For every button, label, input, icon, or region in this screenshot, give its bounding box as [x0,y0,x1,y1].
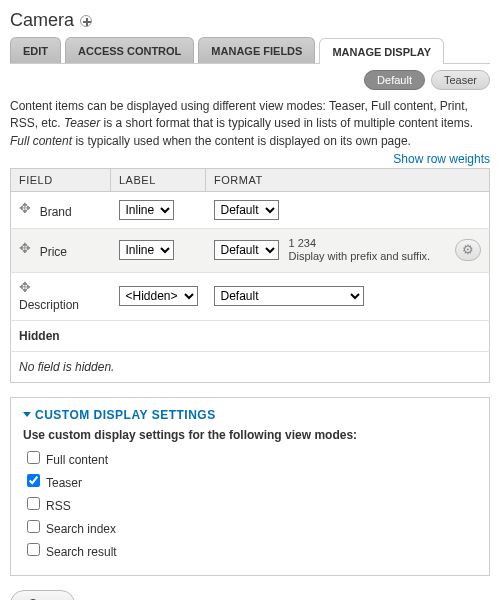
field-name: Price [40,245,67,259]
drag-handle-icon[interactable] [19,242,33,256]
gear-icon: ⚙ [462,242,474,257]
tab-manage-fields[interactable]: MANAGE FIELDS [198,37,315,63]
show-row-weights-link[interactable]: Show row weights [393,152,490,166]
settings-gear-button[interactable]: ⚙ [455,239,481,261]
checkbox-teaser[interactable] [27,474,40,487]
col-label: LABEL [111,169,206,192]
hidden-empty-text: No field is hidden. [11,351,490,382]
view-mode-option: Search result [23,540,477,559]
table-row: Description <Hidden> Default [11,272,490,320]
tab-manage-display[interactable]: MANAGE DISPLAY [319,38,444,64]
subtab-default[interactable]: Default [364,70,425,90]
help-text: Content items can be displayed using dif… [10,98,490,150]
view-mode-subtabs: Default Teaser [10,70,490,90]
tab-access-control[interactable]: ACCESS CONTROL [65,37,194,63]
hidden-section-title: Hidden [11,320,490,351]
view-mode-option: Teaser [23,471,477,490]
custom-display-settings-fieldset: CUSTOM DISPLAY SETTINGS Use custom displ… [10,397,490,576]
field-name: Brand [40,205,72,219]
page-title-text: Camera [10,10,74,31]
col-field: FIELD [11,169,111,192]
label-select-brand[interactable]: Inline [119,200,174,220]
formatter-summary: 1 234 Display with prefix and suffix. [289,237,431,263]
label-select-price[interactable]: Inline [119,240,174,260]
custom-display-lead: Use custom display settings for the foll… [23,428,477,442]
drag-handle-icon[interactable] [19,281,33,295]
format-select-price[interactable]: Default [214,240,279,260]
custom-display-settings-toggle[interactable]: CUSTOM DISPLAY SETTINGS [23,408,477,422]
checkbox-search-index[interactable] [27,520,40,533]
drag-handle-icon[interactable] [19,202,33,216]
checkbox-rss[interactable] [27,497,40,510]
chevron-down-icon [23,412,31,417]
primary-tabs: EDIT ACCESS CONTROL MANAGE FIELDS MANAGE… [10,37,490,64]
hidden-empty-row: No field is hidden. [11,351,490,382]
checkbox-search-result[interactable] [27,543,40,556]
table-row: Price Inline Default 1 234 Display with … [11,229,490,272]
view-mode-option: Search index [23,517,477,536]
view-mode-option: Full content [23,448,477,467]
save-button[interactable]: Save [10,590,75,600]
format-select-description[interactable]: Default [214,286,364,306]
subtab-teaser[interactable]: Teaser [431,70,490,90]
hidden-section-row: Hidden [11,320,490,351]
fields-table: FIELD LABEL FORMAT Brand Inline Default [10,168,490,382]
page-title: Camera [10,10,490,31]
label-select-description[interactable]: <Hidden> [119,286,198,306]
view-mode-option: RSS [23,494,477,513]
col-format: FORMAT [206,169,490,192]
tab-edit[interactable]: EDIT [10,37,61,63]
field-name: Description [19,298,79,312]
table-row: Brand Inline Default [11,192,490,229]
format-select-brand[interactable]: Default [214,200,279,220]
checkbox-full-content[interactable] [27,451,40,464]
add-icon[interactable] [80,15,92,27]
